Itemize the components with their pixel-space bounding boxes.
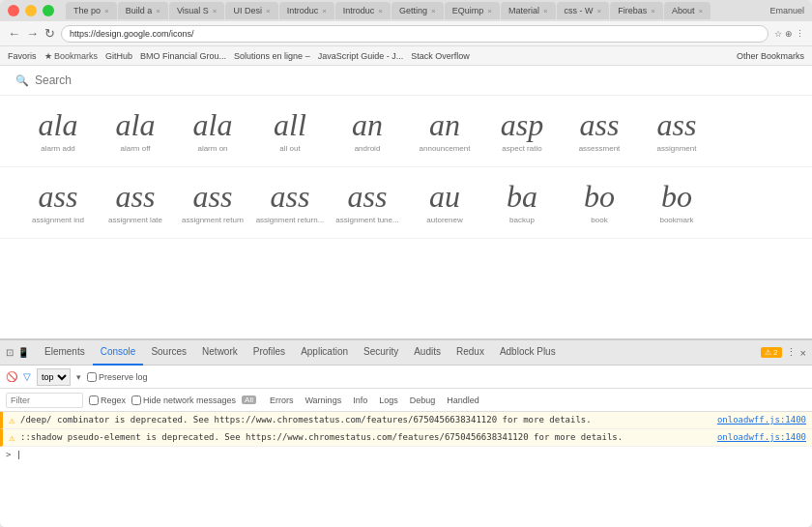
list-item[interactable]: ala alarm off [97, 103, 174, 159]
main-content: 🔍 ala alarm add ala alarm off ala alarm … [0, 66, 812, 527]
preserve-log-checkbox[interactable] [87, 372, 97, 382]
filter-debug[interactable]: Debug [406, 395, 440, 406]
list-item[interactable]: au autorenew [406, 175, 483, 230]
preserve-log-label: Preserve log [87, 372, 148, 382]
list-item[interactable]: an announcement [406, 103, 483, 159]
forward-button[interactable]: → [26, 26, 39, 41]
back-button[interactable]: ← [8, 26, 20, 41]
tab-8[interactable]: Material × [501, 2, 556, 19]
tab-2[interactable]: Visual S × [169, 2, 225, 19]
devtools-mobile-icon[interactable]: 📱 [17, 347, 29, 358]
tab-security[interactable]: Security [356, 340, 406, 366]
tab-network[interactable]: Network [194, 340, 246, 366]
nav-icons: ☆ ⊕ ⋮ [774, 29, 804, 39]
tab-profiles[interactable]: Profiles [246, 340, 293, 366]
tab-9[interactable]: css - W × [557, 2, 610, 19]
tab-close-icon[interactable]: × [487, 7, 492, 15]
tab-4[interactable]: Introduc × [279, 2, 334, 19]
bookmark-js-guide[interactable]: JavaScript Guide - J... [318, 51, 404, 61]
tab-console[interactable]: Console [93, 340, 144, 366]
bookmark-solutions[interactable]: Solutions en ligne – [234, 51, 310, 61]
maximize-button[interactable] [43, 5, 54, 16]
tab-close-icon[interactable]: × [156, 7, 160, 15]
warning-icon: ⚠ [9, 415, 14, 425]
list-item[interactable]: all all out [251, 103, 329, 159]
tab-audits[interactable]: Audits [406, 340, 449, 366]
tab-7[interactable]: EQuimp × [445, 2, 500, 19]
bookmark-bmo[interactable]: BMO Financial Grou... [140, 51, 226, 61]
list-item[interactable]: bo book [561, 175, 638, 230]
list-item[interactable]: ba backup [483, 175, 561, 230]
tab-close-icon[interactable]: × [378, 7, 383, 15]
hide-network-label: Hide network messages [131, 395, 236, 405]
tab-elements[interactable]: Elements [37, 340, 93, 366]
other-bookmarks[interactable]: Other Bookmarks [737, 51, 804, 61]
bookmark-favoris[interactable]: Favoris [8, 51, 37, 61]
log-link-2[interactable]: onloadwff.js:1400 [717, 432, 806, 442]
tab-application[interactable]: Application [293, 340, 356, 366]
console-filter-input[interactable] [6, 393, 83, 408]
bookmark-star-icon[interactable]: ☆ [774, 29, 782, 39]
tab-close-icon[interactable]: × [597, 7, 602, 15]
nav-bar: ← → ↻ https://design.google.com/icons/ ☆… [0, 21, 812, 46]
address-bar[interactable]: https://design.google.com/icons/ [61, 25, 768, 43]
filter-icon[interactable]: ▽ [23, 371, 31, 382]
list-item[interactable]: ass assignment return [174, 175, 251, 230]
hide-network-checkbox[interactable] [131, 395, 141, 405]
list-item[interactable]: ass assessment [561, 103, 638, 159]
bookmark-github[interactable]: GitHub [105, 51, 132, 61]
list-item[interactable]: ala alarm add [19, 103, 97, 159]
tab-1[interactable]: Build a × [118, 2, 168, 19]
tab-close-icon[interactable]: × [651, 7, 655, 15]
icons-grid: ala alarm add ala alarm off ala alarm on… [0, 96, 812, 338]
refresh-button[interactable]: ↻ [44, 26, 55, 41]
tab-close-icon[interactable]: × [322, 7, 327, 15]
clear-console-icon[interactable]: 🚫 [6, 371, 17, 382]
log-link-1[interactable]: onloadwff.js:1400 [717, 415, 806, 425]
tab-redux[interactable]: Redux [449, 340, 492, 366]
filter-logs[interactable]: Logs [375, 395, 402, 406]
devtools-more-icon[interactable]: ⋮ [786, 346, 797, 359]
bookmark-stackoverflow[interactable]: Stack Overflow [411, 51, 470, 61]
tab-adblock[interactable]: Adblock Plus [492, 340, 564, 366]
list-item[interactable]: an android [329, 103, 406, 159]
devtools-close-icon[interactable]: × [800, 347, 806, 359]
tab-11[interactable]: About × [664, 2, 710, 19]
bookmark-bookmarks[interactable]: ★ Bookmarks [44, 51, 99, 61]
list-item[interactable]: ala alarm on [174, 103, 251, 159]
list-item[interactable]: ass assignment late [97, 175, 174, 230]
tab-0[interactable]: The po × [66, 2, 117, 19]
tab-6[interactable]: Getting × [392, 2, 444, 19]
list-item[interactable]: ass assignment return... [251, 175, 329, 230]
list-item[interactable]: ass assignment ind [19, 175, 97, 230]
close-button[interactable] [8, 5, 19, 16]
tab-close-icon[interactable]: × [699, 7, 704, 15]
tab-3[interactable]: UI Desi × [225, 2, 277, 19]
list-item[interactable]: ass assignment tune... [329, 175, 406, 230]
bookmarks-bar: Favoris ★ Bookmarks GitHub BMO Financial… [0, 46, 812, 66]
search-input[interactable] [35, 73, 180, 87]
devtools-cursor-icon[interactable]: ⊡ [6, 347, 14, 358]
tab-sources[interactable]: Sources [143, 340, 194, 366]
tab-close-icon[interactable]: × [431, 7, 436, 15]
extension-icon[interactable]: ⊕ [785, 29, 793, 39]
top-context-dropdown[interactable]: top [37, 368, 71, 386]
list-item[interactable]: asp aspect ratio [483, 103, 561, 159]
list-item[interactable]: ass assignment [638, 103, 715, 159]
filter-info[interactable]: Info [349, 395, 371, 406]
menu-icon[interactable]: ⋮ [796, 29, 804, 39]
tab-close-icon[interactable]: × [104, 7, 109, 15]
filter-warnings[interactable]: Warnings [301, 395, 345, 406]
tab-5[interactable]: Introduc × [335, 2, 391, 19]
filter-errors[interactable]: Errors [266, 395, 298, 406]
list-item[interactable]: bo bookmark [638, 175, 715, 230]
tab-close-icon[interactable]: × [543, 7, 548, 15]
minimize-button[interactable] [25, 5, 37, 16]
filter-handled[interactable]: Handled [443, 395, 483, 406]
tab-10[interactable]: Firebas × [610, 2, 663, 19]
all-badge[interactable]: All [242, 395, 256, 404]
regex-checkbox[interactable] [89, 395, 99, 405]
tab-close-icon[interactable]: × [266, 7, 271, 15]
tab-close-icon[interactable]: × [213, 7, 218, 15]
console-prompt[interactable]: > | [0, 447, 812, 462]
